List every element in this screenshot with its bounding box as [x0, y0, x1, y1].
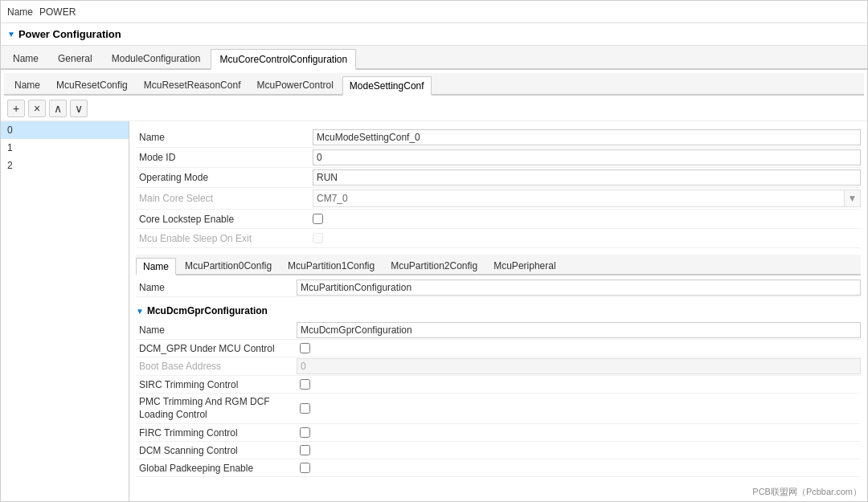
- sirc-trimming-label: SIRC Trimming Control: [136, 378, 297, 392]
- props-inner-tab-partition2[interactable]: McuPartition2Config: [383, 256, 485, 274]
- dcm-section-title: McuDcmGprConfiguration: [147, 305, 268, 316]
- inner-tab-mcu-power-control[interactable]: McuPowerControl: [249, 75, 340, 94]
- dcm-scanning-label: DCM Scanning Control: [136, 443, 297, 458]
- prop-operating-mode-label: Operating Mode: [136, 170, 313, 185]
- pmc-trimming-label: PMC Trimming And RGM DCF Loading Control: [136, 394, 297, 422]
- props-inner-tab-name[interactable]: Name: [136, 258, 176, 275]
- boot-base-value: 0: [297, 358, 861, 374]
- prop-operating-mode-value[interactable]: RUN: [313, 169, 861, 186]
- main-core-select-dropdown-icon[interactable]: ▼: [844, 190, 860, 206]
- pmc-trimming-row: PMC Trimming And RGM DCF Loading Control: [136, 394, 861, 424]
- move-up-button[interactable]: ∧: [49, 100, 67, 117]
- tab-general[interactable]: General: [49, 47, 101, 68]
- dcm-scanning-checkbox[interactable]: [300, 445, 310, 455]
- prop-mode-id-value[interactable]: 0: [313, 149, 861, 165]
- section-title-bar: ▼ Power Configuration: [1, 23, 867, 46]
- inner-tab-mcu-reset-config[interactable]: McuResetConfig: [49, 75, 135, 94]
- section-title: Power Configuration: [18, 28, 121, 40]
- tab-module-configuration[interactable]: ModuleConfiguration: [103, 47, 210, 68]
- prop-row-main-core-select: Main Core Select CM7_0 ▼: [136, 188, 861, 210]
- global-padkeeping-checkbox[interactable]: [300, 463, 310, 473]
- props-inner-tab-partition0[interactable]: McuPartition0Config: [178, 256, 279, 274]
- inner-prop-name-value[interactable]: McuPartitionConfiguration: [297, 280, 861, 296]
- sirc-trimming-checkbox[interactable]: [300, 379, 310, 390]
- name-value: POWER: [39, 6, 76, 18]
- inner-prop-name-label: Name: [136, 280, 297, 295]
- inner-tab-mcu-reset-reason-conf[interactable]: McuResetReasonConf: [137, 75, 248, 94]
- prop-main-core-select-label: Main Core Select: [136, 191, 313, 206]
- boot-base-row: Boot Base Address 0: [136, 357, 861, 376]
- dcm-name-row: Name McuDcmGprConfiguration: [136, 321, 861, 340]
- header-row: Name POWER: [1, 1, 867, 23]
- prop-mode-id-label: Mode ID: [136, 150, 313, 165]
- prop-row-name: Name McuModeSettingConf_0: [136, 128, 861, 148]
- props-inner-tab-bar: Name McuPartition0Config McuPartition1Co…: [136, 255, 861, 275]
- main-container: Name POWER ▼ Power Configuration Name Ge…: [0, 0, 868, 502]
- list-item-1[interactable]: 1: [1, 139, 129, 157]
- tab-mcu-core-control-configuration[interactable]: McuCoreControlConfiguration: [211, 49, 356, 70]
- prop-mcu-enable-sleep-label: Mcu Enable Sleep On Exit: [136, 231, 313, 246]
- prop-name-value[interactable]: McuModeSettingConf_0: [313, 129, 861, 145]
- firc-trimming-checkbox[interactable]: [300, 427, 310, 438]
- prop-row-operating-mode: Operating Mode RUN: [136, 168, 861, 188]
- dcm-section-header: ▼ McuDcmGprConfiguration: [136, 302, 861, 320]
- boot-base-label: Boot Base Address: [136, 359, 297, 373]
- dcm-name-value[interactable]: McuDcmGprConfiguration: [297, 322, 861, 338]
- prop-name-label: Name: [136, 130, 313, 145]
- dcm-scanning-row: DCM Scanning Control: [136, 442, 861, 459]
- content-area: 0 1 2 Name McuModeSettingConf_0 Mode ID …: [1, 121, 867, 501]
- prop-row-mode-id: Mode ID 0: [136, 148, 861, 168]
- firc-trimming-row: FIRC Trimming Control: [136, 424, 861, 442]
- top-tab-bar: Name General ModuleConfiguration McuCore…: [1, 46, 867, 70]
- dcm-gpr-label: DCM_GPR Under MCU Control: [136, 341, 297, 356]
- prop-main-core-select-value: CM7_0: [313, 191, 844, 206]
- list-item-2[interactable]: 2: [1, 157, 129, 174]
- name-label: Name: [7, 6, 33, 18]
- list-item-0[interactable]: 0: [1, 121, 129, 139]
- sirc-trimming-row: SIRC Trimming Control: [136, 376, 861, 394]
- dcm-chevron-icon[interactable]: ▼: [136, 307, 144, 316]
- props-inner-tab-partition1[interactable]: McuPartition1Config: [280, 256, 382, 274]
- props-panel: Name McuModeSettingConf_0 Mode ID 0 Oper…: [129, 121, 867, 501]
- inner-prop-name-row: Name McuPartitionConfiguration: [136, 279, 861, 297]
- dcm-name-label: Name: [136, 323, 297, 337]
- tab-name[interactable]: Name: [4, 47, 47, 68]
- toolbar: + × ∧ ∨: [1, 96, 867, 121]
- remove-button[interactable]: ×: [28, 100, 46, 117]
- inner-tab-name[interactable]: Name: [7, 75, 47, 94]
- prop-core-lockstep-label: Core Lockstep Enable: [136, 212, 313, 227]
- prop-row-core-lockstep: Core Lockstep Enable: [136, 210, 861, 229]
- global-padkeeping-row: Global Padkeeping Enable: [136, 459, 861, 477]
- dcm-gpr-row: DCM_GPR Under MCU Control: [136, 340, 861, 357]
- prop-main-core-select-container: CM7_0 ▼: [313, 190, 861, 207]
- prop-row-mcu-enable-sleep: Mcu Enable Sleep On Exit: [136, 229, 861, 248]
- inner-tab-bar: Name McuResetConfig McuResetReasonConf M…: [4, 73, 864, 96]
- firc-trimming-label: FIRC Trimming Control: [136, 426, 297, 440]
- pmc-trimming-checkbox[interactable]: [300, 403, 310, 414]
- prop-mcu-enable-sleep-checkbox: [313, 233, 323, 243]
- prop-core-lockstep-checkbox[interactable]: [313, 214, 323, 224]
- list-panel: 0 1 2: [1, 121, 129, 501]
- props-inner-tab-peripheral[interactable]: McuPeripheral: [486, 256, 563, 274]
- add-button[interactable]: +: [7, 100, 25, 117]
- inner-tab-mode-setting-conf[interactable]: ModeSettingConf: [342, 76, 432, 96]
- section-chevron-icon[interactable]: ▼: [7, 30, 15, 39]
- global-padkeeping-label: Global Padkeeping Enable: [136, 461, 297, 475]
- move-down-button[interactable]: ∨: [70, 100, 88, 117]
- watermark: PCB联盟网（Pcbbar.com）: [749, 485, 865, 499]
- dcm-gpr-checkbox[interactable]: [300, 343, 310, 353]
